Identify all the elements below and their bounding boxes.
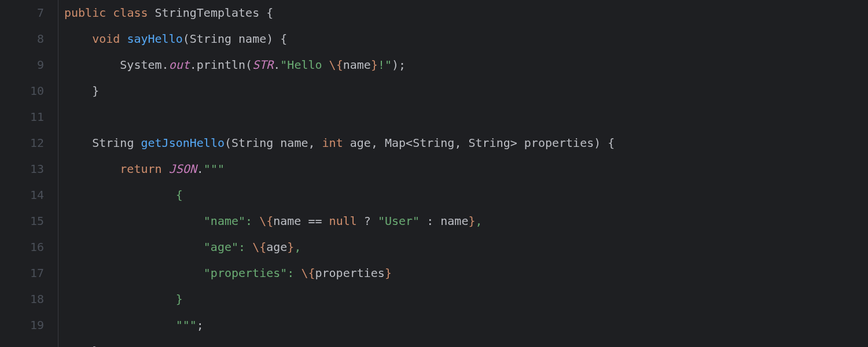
string-literal: { <box>176 188 183 202</box>
line-number-gutter: 7 8 9 10 11 12 13 14 15 16 17 18 19 20 <box>0 0 58 347</box>
line-number: 15 <box>0 208 44 234</box>
method-name: getJsonHello <box>141 136 225 150</box>
keyword-class: class <box>113 6 148 20</box>
code-line[interactable]: return JSON.""" <box>64 156 868 182</box>
template-close: } <box>468 214 475 228</box>
string-literal: Hello <box>287 58 329 72</box>
line-number: 12 <box>0 130 44 156</box>
code-line[interactable]: """; <box>64 312 868 338</box>
keyword-int: int <box>322 136 343 150</box>
method-println: println <box>197 58 245 72</box>
brace-close: } <box>92 84 99 98</box>
keyword-return: return <box>120 162 161 176</box>
line-number: 18 <box>0 286 44 312</box>
code-line[interactable]: "name": \{name == null ? "User" : name}, <box>64 208 868 234</box>
json-processor: JSON <box>169 162 197 176</box>
string-literal: "name": <box>204 214 259 228</box>
code-area[interactable]: public class StringTemplates { void sayH… <box>58 0 868 347</box>
template-open: \{ <box>301 266 315 280</box>
string-literal: "age": <box>204 240 252 254</box>
type-string: String <box>190 32 231 46</box>
code-line[interactable]: } <box>64 286 868 312</box>
keyword-void: void <box>92 32 120 46</box>
param-name: name <box>238 32 266 46</box>
template-open: \{ <box>252 240 266 254</box>
line-number: 19 <box>0 312 44 338</box>
code-line[interactable]: "age": \{age}, <box>64 234 868 260</box>
method-name: sayHello <box>127 32 182 46</box>
line-number: 20 <box>0 338 44 347</box>
line-number: 9 <box>0 52 44 78</box>
string-literal: } <box>176 292 183 306</box>
string-literal: "properties": <box>204 266 301 280</box>
code-line[interactable]: System.out.println(STR."Hello \{name}!")… <box>64 52 868 78</box>
code-line[interactable]: public class StringTemplates { <box>64 0 868 26</box>
brace-open: { <box>266 6 273 20</box>
string-literal: "User" <box>378 214 420 228</box>
template-close: } <box>371 58 378 72</box>
line-number: 11 <box>0 104 44 130</box>
line-number: 10 <box>0 78 44 104</box>
type-string: String <box>92 136 134 150</box>
triple-quote: """ <box>204 162 225 176</box>
code-line[interactable]: } <box>64 78 868 104</box>
code-line[interactable]: String getJsonHello(String name, int age… <box>64 130 868 156</box>
code-editor[interactable]: 7 8 9 10 11 12 13 14 15 16 17 18 19 20 p… <box>0 0 868 347</box>
code-line[interactable]: } <box>64 338 868 347</box>
line-number: 16 <box>0 234 44 260</box>
template-expr: name <box>343 58 371 72</box>
keyword-public: public <box>64 6 106 20</box>
template-close: } <box>287 240 294 254</box>
brace-close: } <box>92 344 99 347</box>
line-number: 7 <box>0 0 44 26</box>
code-line[interactable]: { <box>64 182 868 208</box>
code-line[interactable]: "properties": \{properties} <box>64 260 868 286</box>
keyword-null: null <box>329 214 357 228</box>
template-open: \{ <box>259 214 273 228</box>
field-out: out <box>169 58 190 72</box>
line-number: 13 <box>0 156 44 182</box>
class-name: StringTemplates <box>155 6 260 20</box>
code-line[interactable] <box>64 104 868 130</box>
line-number: 8 <box>0 26 44 52</box>
template-open: \{ <box>329 58 343 72</box>
triple-quote: """ <box>176 318 197 332</box>
line-number: 14 <box>0 182 44 208</box>
identifier-system: System <box>120 58 161 72</box>
code-line[interactable]: void sayHello(String name) { <box>64 26 868 52</box>
line-number: 17 <box>0 260 44 286</box>
str-processor: STR <box>252 58 273 72</box>
template-close: } <box>385 266 392 280</box>
